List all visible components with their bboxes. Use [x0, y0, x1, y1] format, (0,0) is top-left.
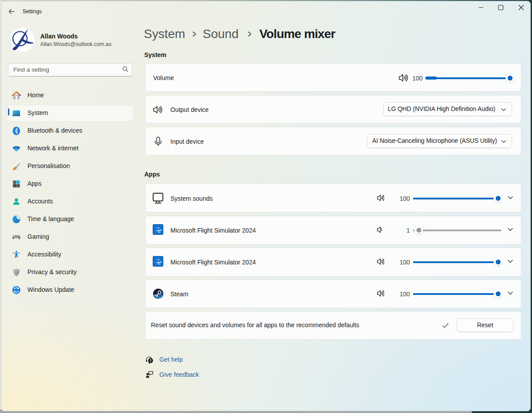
svg-text:?: ?	[150, 359, 152, 363]
